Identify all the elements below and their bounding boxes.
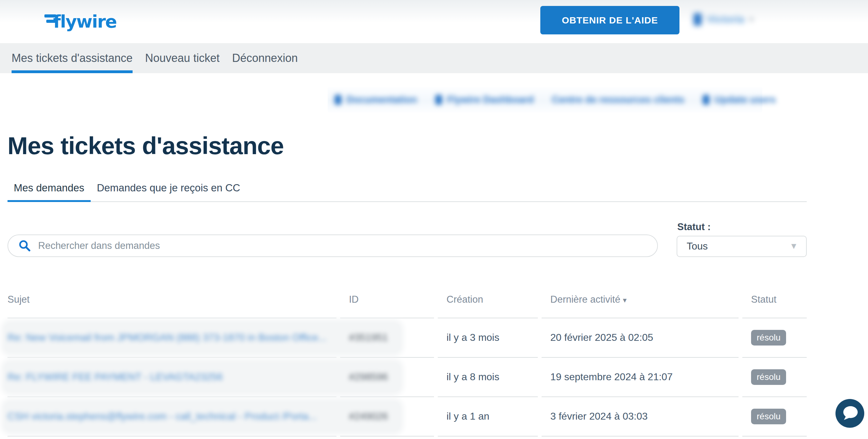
chat-launcher-button[interactable] <box>835 399 864 428</box>
doc-icon <box>335 95 341 105</box>
ticket-subject-link[interactable]: Re: FLYWIRE FEE PAYMENT - LEVAGTA23256 <box>7 371 223 383</box>
users-icon <box>703 95 710 105</box>
cell-subject: Re: FLYWIRE FEE PAYMENT - LEVAGTA23256 <box>7 358 336 397</box>
status-filter-label: Statut : <box>677 221 807 232</box>
cell-status: résolu <box>742 318 807 358</box>
main-content: Mes tickets d'assistance Mes demandes De… <box>0 132 868 437</box>
column-header-id[interactable]: ID <box>340 286 434 318</box>
table-row: Re: New Voicemail from JPMORGAN (888) 37… <box>7 318 807 358</box>
search-icon <box>18 239 31 252</box>
cell-created: il y a 3 mois <box>438 318 538 358</box>
filter-controls: Statut : Tous ▼ <box>7 221 807 257</box>
column-header-created[interactable]: Création <box>438 286 538 318</box>
chevron-down-icon: ▾ <box>749 15 753 24</box>
ticket-subject-link[interactable]: Re: New Voicemail from JPMORGAN (888) 37… <box>7 332 327 343</box>
ticket-subject-link[interactable]: CSH victoria.stephens@flywire.com - call… <box>7 411 317 422</box>
cell-id: #298596 <box>340 358 434 397</box>
cell-created: il y a 1 an <box>438 397 538 437</box>
quicklink-resource-center[interactable]: Centre de ressources clients <box>552 94 684 105</box>
status-badge: résolu <box>751 409 786 424</box>
column-header-status[interactable]: Statut <box>742 286 807 318</box>
status-filter-group: Statut : Tous ▼ <box>677 221 807 257</box>
cell-subject: Re: New Voicemail from JPMORGAN (888) 37… <box>7 318 336 358</box>
quicklink-dashboard[interactable]: Flywire Dashboard <box>435 94 534 105</box>
table-row: CSH victoria.stephens@flywire.com - call… <box>7 397 807 437</box>
column-header-subject[interactable]: Sujet <box>7 286 336 318</box>
ticket-id: #298596 <box>349 371 388 383</box>
support-tickets-page: flywire OBTENIR DE L'AIDE Victoria ▾ Mes… <box>0 0 868 439</box>
quicklink-label: Update users <box>714 94 776 105</box>
main-nav: Mes tickets d'assistance Nouveau ticket … <box>0 43 868 73</box>
quicklink-update-users[interactable]: Update users <box>703 94 776 105</box>
cell-status: résolu <box>742 397 807 437</box>
column-header-label: Dernière activité <box>550 294 620 305</box>
ticket-id: #351951 <box>349 332 388 343</box>
status-filter-value: Tous <box>687 241 708 252</box>
cell-status: résolu <box>742 358 807 397</box>
table-row: Re: FLYWIRE FEE PAYMENT - LEVAGTA23256 #… <box>7 358 807 397</box>
header: flywire OBTENIR DE L'AIDE Victoria ▾ <box>0 0 868 43</box>
cell-created: il y a 8 mois <box>438 358 538 397</box>
status-badge: résolu <box>751 330 786 346</box>
column-header-last-activity[interactable]: Dernière activité▾ <box>541 286 739 318</box>
flywire-logo[interactable]: flywire <box>44 8 118 34</box>
quicklink-label: Centre de ressources clients <box>552 94 684 105</box>
flywire-logo-icon: flywire <box>44 8 118 34</box>
chat-bubble-icon <box>835 399 864 428</box>
quicklink-label: Flywire Dashboard <box>447 94 534 105</box>
dashboard-icon <box>435 95 442 105</box>
ticket-id: #249026 <box>349 411 388 422</box>
search-box[interactable] <box>7 234 658 257</box>
table-header-row: Sujet ID Création Dernière activité▾ Sta… <box>7 286 807 318</box>
get-help-button[interactable]: OBTENIR DE L'AIDE <box>540 6 679 34</box>
cell-id: #351951 <box>340 318 434 358</box>
status-filter-select[interactable]: Tous ▼ <box>677 236 807 257</box>
status-badge: résolu <box>751 369 786 385</box>
user-menu[interactable]: Victoria ▾ <box>693 11 753 28</box>
tab-cc-requests[interactable]: Demandes que je reçois en CC <box>91 182 247 201</box>
tab-my-requests[interactable]: Mes demandes <box>7 182 91 202</box>
user-menu-label: Victoria <box>707 13 744 25</box>
page-title: Mes tickets d'assistance <box>7 132 807 159</box>
cell-last-activity: 19 septembre 2024 à 21:07 <box>541 358 739 397</box>
request-tabs: Mes demandes Demandes que je reçois en C… <box>7 182 807 202</box>
nav-item-new-ticket[interactable]: Nouveau ticket <box>145 43 219 73</box>
quicklink-label: Documentation <box>346 94 417 105</box>
svg-text:flywire: flywire <box>53 11 117 32</box>
tickets-table: Sujet ID Création Dernière activité▾ Sta… <box>7 286 807 437</box>
quicklink-documentation[interactable]: Documentation <box>335 94 417 105</box>
cell-last-activity: 20 février 2025 à 02:05 <box>541 318 739 358</box>
search-input[interactable] <box>37 240 648 252</box>
cell-subject: CSH victoria.stephens@flywire.com - call… <box>7 397 336 437</box>
sort-desc-icon: ▾ <box>623 296 627 304</box>
nav-item-my-tickets[interactable]: Mes tickets d'assistance <box>11 43 132 73</box>
nav-item-logout[interactable]: Déconnexion <box>232 43 298 73</box>
quicklinks-bar: Documentation Flywire Dashboard Centre d… <box>328 87 762 113</box>
cell-id: #249026 <box>340 397 434 437</box>
cell-last-activity: 3 février 2024 à 03:03 <box>541 397 739 437</box>
user-avatar-icon <box>693 13 702 26</box>
chevron-down-icon: ▼ <box>789 241 798 251</box>
